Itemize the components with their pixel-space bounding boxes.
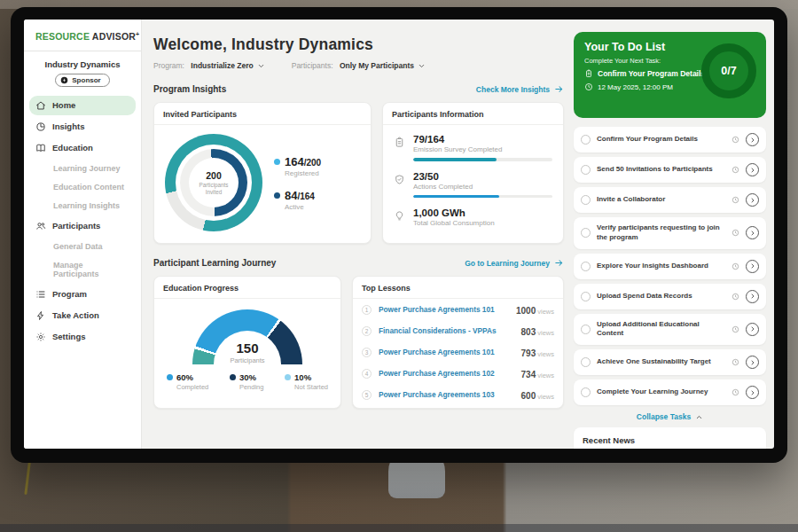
task-label: Verify participants requesting to join t… bbox=[597, 223, 725, 243]
dashboard-screen: RESOURCE ADVISOR+ Industry Dynamics Spon… bbox=[24, 20, 774, 449]
participants-dropdown[interactable]: Only My Participants bbox=[340, 61, 426, 70]
task-label: Explore Your Insights Dashboard bbox=[597, 262, 725, 271]
sidebar-item-home[interactable]: Home bbox=[29, 96, 136, 115]
sidebar-item-learning-journey[interactable]: Learning Journey bbox=[29, 160, 136, 177]
task-checkbox[interactable] bbox=[581, 195, 591, 205]
sidebar-item-general-data[interactable]: General Data bbox=[29, 238, 136, 255]
task-row-verify-participants-requesting-to-join-the-program[interactable]: Verify participants requesting to join t… bbox=[574, 217, 766, 249]
education-progress-gauge: 150 Participants bbox=[192, 309, 302, 364]
education-icon bbox=[35, 143, 46, 153]
settings-icon bbox=[35, 332, 46, 342]
task-row-complete-your-learning-journey[interactable]: Complete Your Learning Journey bbox=[574, 379, 766, 405]
task-label: Confirm Your Program Details bbox=[597, 135, 725, 145]
legend-dot bbox=[274, 159, 280, 165]
task-label: Upload Additional Educational Content bbox=[597, 320, 725, 340]
sidebar-item-take-action[interactable]: Take Action bbox=[29, 306, 136, 325]
lesson-views: 793 bbox=[521, 348, 536, 358]
program-icon bbox=[35, 289, 46, 300]
lesson-rank: 3 bbox=[362, 348, 372, 357]
logo-advisor: ADVISOR+ bbox=[92, 31, 140, 42]
task-label: Invite a Collaborator bbox=[597, 195, 725, 205]
insights-icon bbox=[35, 121, 46, 132]
lesson-views-label: views bbox=[537, 393, 554, 401]
task-checkbox[interactable] bbox=[581, 387, 591, 397]
sidebar-item-label: Settings bbox=[52, 332, 85, 341]
logo-resource: RESOURCE bbox=[35, 31, 90, 42]
sidebar-item-manage-participants[interactable]: Manage Participants bbox=[29, 256, 136, 283]
info-row: 1,000 GWh Total Global Consumption bbox=[394, 207, 552, 227]
lesson-link[interactable]: Power Purchase Agreements 101 bbox=[379, 348, 514, 356]
lesson-link[interactable]: Power Purchase Agreements 101 bbox=[379, 305, 509, 314]
task-row-upload-spend-data-records[interactable]: Upload Spend Data Records bbox=[574, 284, 766, 309]
sidebar-item-participants[interactable]: Participants bbox=[29, 216, 136, 236]
task-checkbox[interactable] bbox=[581, 357, 591, 367]
lesson-row: 4 Power Purchase Agreements 102 734views bbox=[353, 363, 563, 384]
lesson-views-label: views bbox=[537, 308, 554, 316]
gauge-center-value: 150 bbox=[192, 340, 302, 356]
task-chevron-button[interactable] bbox=[746, 133, 759, 146]
learning-journey-title: Participant Learning Journey bbox=[153, 258, 276, 268]
todo-progress-ring: 0/7 bbox=[701, 43, 756, 98]
sidebar-item-education[interactable]: Education bbox=[29, 138, 136, 158]
task-chevron-button[interactable] bbox=[746, 260, 759, 273]
lesson-link[interactable]: Power Purchase Agreements 103 bbox=[379, 390, 514, 399]
go-to-learning-journey-link[interactable]: Go to Learning Journey bbox=[465, 258, 564, 268]
sidebar-item-education-content[interactable]: Education Content bbox=[29, 178, 136, 196]
task-chevron-button[interactable] bbox=[746, 323, 759, 336]
take-action-icon bbox=[35, 310, 46, 321]
info-label: Total Global Consumption bbox=[413, 219, 552, 227]
task-checkbox[interactable] bbox=[581, 325, 591, 334]
lesson-rank: 1 bbox=[362, 305, 372, 315]
task-row-achieve-one-sustainability-target[interactable]: Achieve One Sustainability Target bbox=[574, 349, 766, 375]
info-row: 79/164 Emission Survey Completed bbox=[394, 134, 552, 161]
sidebar-item-program[interactable]: Program bbox=[29, 285, 136, 304]
check-more-insights-link[interactable]: Check More Insights bbox=[476, 84, 564, 94]
invited-participants-body: 200 Participants Invited bbox=[154, 125, 371, 239]
invited-donut-chart: 200 Participants Invited bbox=[165, 134, 262, 231]
monitor-bezel: RESOURCE ADVISOR+ Industry Dynamics Spon… bbox=[11, 7, 787, 463]
sidebar-item-label: Insights bbox=[52, 121, 84, 131]
sidebar-item-settings[interactable]: Settings bbox=[29, 327, 136, 347]
task-chevron-button[interactable] bbox=[746, 386, 759, 399]
legend-label: Active bbox=[285, 203, 321, 211]
task-chevron-button[interactable] bbox=[746, 163, 759, 176]
task-label: Achieve One Sustainability Target bbox=[597, 357, 725, 367]
task-checkbox[interactable] bbox=[581, 292, 591, 301]
task-checkbox[interactable] bbox=[581, 165, 591, 175]
task-checkbox[interactable] bbox=[581, 262, 591, 271]
top-lessons-title: Top Lessons bbox=[353, 277, 563, 299]
task-clock-icon bbox=[732, 388, 739, 396]
lesson-link[interactable]: Power Purchase Agreements 102 bbox=[379, 369, 514, 378]
progress-bar bbox=[413, 195, 552, 199]
task-row-confirm-your-program-details[interactable]: Confirm Your Program Details bbox=[574, 127, 766, 153]
sidebar-item-learning-insights[interactable]: Learning Insights bbox=[29, 197, 136, 215]
task-label: Complete Your Learning Journey bbox=[597, 387, 725, 397]
education-progress-title: Education Progress bbox=[154, 277, 340, 299]
task-chevron-button[interactable] bbox=[746, 356, 759, 369]
participants-icon bbox=[35, 221, 46, 231]
task-row-send-50-invitations-to-participants[interactable]: Send 50 Invitations to Participants bbox=[574, 157, 766, 183]
invited-donut-inner-ring: 200 Participants Invited bbox=[180, 149, 247, 216]
task-chevron-button[interactable] bbox=[746, 290, 759, 303]
lesson-row: 5 Power Purchase Agreements 103 600views bbox=[353, 384, 563, 405]
bulb-icon bbox=[394, 210, 405, 222]
program-dropdown[interactable]: Industrialize Zero bbox=[191, 61, 264, 70]
collapse-tasks-link[interactable]: Collapse Tasks bbox=[574, 412, 766, 421]
sidebar-subitem-label: Learning Insights bbox=[53, 201, 120, 210]
task-checkbox[interactable] bbox=[581, 135, 591, 145]
lesson-link[interactable]: Financial Considerations - VPPAs bbox=[379, 326, 514, 335]
sidebar-subitem-label: Education Content bbox=[53, 183, 124, 192]
task-chevron-button[interactable] bbox=[746, 226, 759, 239]
background-bottom-band bbox=[0, 524, 798, 532]
task-row-upload-additional-educational-content[interactable]: Upload Additional Educational Content bbox=[574, 314, 766, 346]
program-insights-header: Program Insights Check More Insights bbox=[153, 84, 564, 94]
sidebar-item-insights[interactable]: Insights bbox=[29, 117, 136, 137]
task-row-explore-your-insights-dashboard[interactable]: Explore Your Insights Dashboard bbox=[574, 254, 766, 279]
task-checkbox[interactable] bbox=[581, 228, 591, 238]
education-progress-card: Education Progress 150 Participants bbox=[153, 276, 341, 409]
sidebar-item-label: Participants bbox=[52, 221, 100, 231]
task-clock-icon bbox=[732, 166, 739, 174]
task-row-invite-a-collaborator[interactable]: Invite a Collaborator bbox=[574, 187, 766, 213]
program-filter: Program: Industrialize Zero bbox=[153, 61, 265, 70]
task-chevron-button[interactable] bbox=[746, 193, 759, 207]
